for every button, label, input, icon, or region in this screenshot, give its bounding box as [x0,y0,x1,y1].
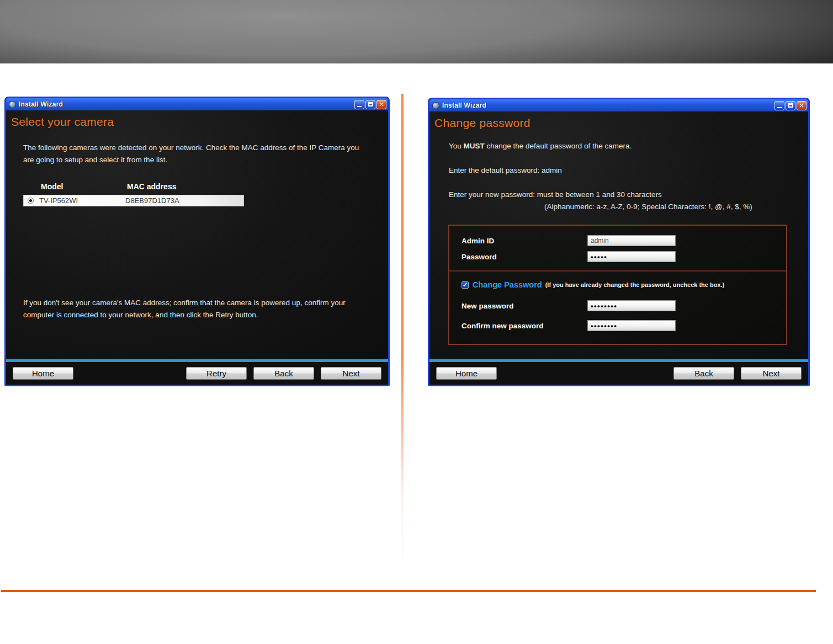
change-password-row: ✓ Change Password (If you have already c… [461,280,724,289]
titlebar: Install Wizard ✕ [6,98,388,110]
page-top-banner [0,0,833,63]
default-password-text: Enter the default password: admin [449,164,562,177]
maximize-icon[interactable] [365,100,375,109]
camera-row[interactable]: TV-IP562WI D8EB97D1D73A [23,195,244,206]
install-wizard-icon [9,101,16,108]
select-camera-content: Select your camera The following cameras… [6,110,388,359]
checkbox-checked-icon[interactable]: ✓ [461,281,469,289]
close-icon[interactable]: ✕ [376,100,386,109]
page-title: Select your camera [11,115,114,129]
change-password-hint: (If you have already changed the passwor… [545,281,725,288]
confirm-password-label: Confirm new password [461,322,544,330]
new-password-field[interactable]: •••••••• [587,300,676,311]
change-password-content: Change password You MUST change the defa… [429,111,808,359]
password-field[interactable]: ••••• [587,251,676,262]
retry-button[interactable]: Retry [186,367,247,380]
column-header-mac: MAC address [127,182,176,191]
radio-selected-icon[interactable] [28,198,34,204]
change-password-window: Install Wizard ✕ Change password You MUS… [428,98,810,386]
bottom-rule [1,590,816,592]
confirm-password-field[interactable]: •••••••• [587,320,676,331]
home-button[interactable]: Home [13,367,73,380]
camera-mac: D8EB97D1D73A [125,196,179,205]
column-header-model: Model [41,182,63,191]
next-button[interactable]: Next [741,367,802,380]
button-bar: Home Back Next [429,362,808,385]
intro-text: The following cameras were detected on y… [23,142,361,167]
form-divider [449,270,786,272]
next-button[interactable]: Next [321,367,381,380]
minimize-icon[interactable] [354,100,364,109]
vertical-divider [401,94,404,568]
password-label: Password [461,253,497,261]
titlebar: Install Wizard ✕ [429,99,808,111]
minimize-icon[interactable] [774,101,784,110]
close-icon[interactable]: ✕ [797,101,807,110]
window-title: Install Wizard [442,102,773,109]
charset-rule-text: (Alphanumeric: a-z, A-Z, 0-9; Special Ch… [544,201,752,213]
install-wizard-icon [432,102,439,109]
page-title: Change password [434,116,530,130]
password-form: Admin ID admin Password ••••• ✓ Change P… [448,225,787,345]
admin-id-label: Admin ID [461,237,494,245]
camera-model: TV-IP562WI [39,196,125,205]
note-text: If you don't see your camera's MAC addre… [23,297,365,322]
change-password-label: Change Password [473,280,542,289]
maximize-icon[interactable] [786,101,795,110]
new-password-label: New password [461,302,514,310]
new-password-rule-text: Enter your new password: must be between… [449,189,662,201]
select-camera-window: Install Wizard ✕ Select your camera The … [4,97,390,386]
home-button[interactable]: Home [436,367,497,380]
admin-id-field[interactable]: admin [587,235,676,246]
back-button[interactable]: Back [253,367,314,380]
back-button[interactable]: Back [673,367,734,380]
window-title: Install Wizard [19,100,353,108]
button-bar: Home Retry Back Next [6,362,388,385]
must-change-text: You MUST change the default password of … [449,140,632,152]
